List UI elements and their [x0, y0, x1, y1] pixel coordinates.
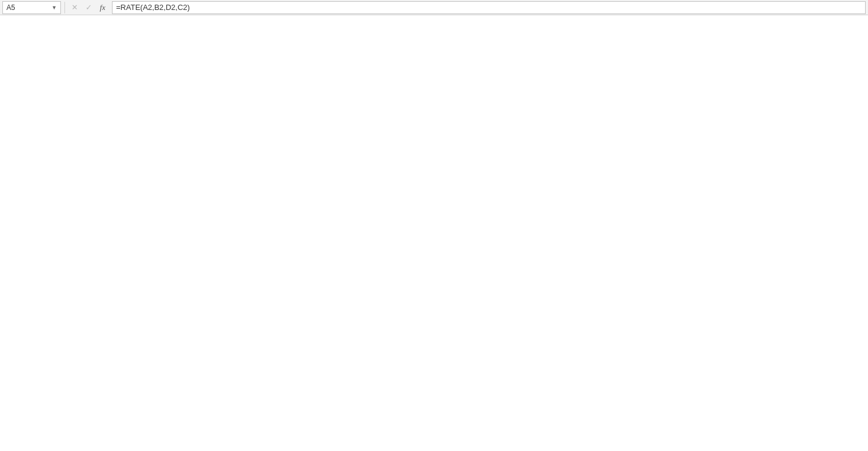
formula-bar: A5 ▼ ✕ ✓ fx =RATE(A2,B2,D2,C2) [0, 0, 868, 15]
fx-icon[interactable]: fx [96, 1, 109, 14]
formula-text: =RATE(A2,B2,D2,C2) [116, 3, 190, 12]
enter-icon[interactable]: ✓ [82, 1, 95, 14]
formula-input[interactable]: =RATE(A2,B2,D2,C2) [112, 1, 866, 14]
name-box[interactable]: A5 ▼ [2, 1, 61, 14]
name-box-dropdown-icon[interactable]: ▼ [52, 5, 57, 11]
name-box-text: A5 [6, 4, 52, 12]
formula-bar-separator [64, 2, 65, 13]
cancel-icon[interactable]: ✕ [68, 1, 81, 14]
